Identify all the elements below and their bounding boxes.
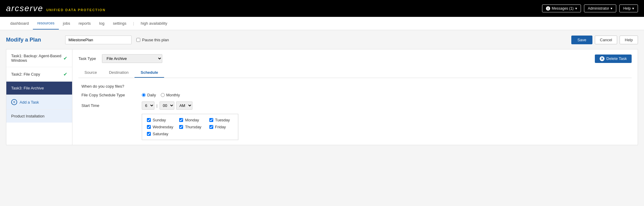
sunday-label: Sunday [153, 118, 166, 122]
nav-item-high-availability[interactable]: high availability [136, 17, 171, 29]
logo-area: arcserve UNIFIED DATA PROTECTION [6, 4, 106, 13]
daily-radio-label[interactable]: Daily [142, 93, 156, 97]
saturday-label: Saturday [153, 132, 168, 136]
schedule-type-row: File Copy Schedule Type Daily Monthly [81, 93, 629, 97]
content-area: Task1: Backup: Agent-Based Windows ✔ Tas… [6, 49, 638, 145]
messages-dropdown-icon: ▾ [575, 6, 577, 11]
add-circle-icon: + [11, 99, 17, 105]
minute-select[interactable]: 00 [160, 101, 174, 110]
wednesday-checkbox[interactable] [147, 125, 151, 129]
schedule-type-radio-group: Daily Monthly [142, 93, 180, 97]
daily-radio[interactable] [142, 93, 146, 97]
monthly-label: Monthly [166, 93, 180, 97]
pause-plan-label: Pause this plan [136, 38, 169, 42]
plan-name-input[interactable] [65, 36, 132, 44]
schedule-type-label: File Copy Schedule Type [81, 93, 136, 97]
monday-checkbox[interactable] [179, 118, 183, 122]
day-wednesday[interactable]: Wednesday [147, 125, 173, 129]
task-type-row: Task Type File Archive ✕ Delete Task [78, 54, 632, 63]
cancel-button[interactable]: Cancel [595, 36, 617, 44]
delete-task-label: Delete Task [606, 56, 627, 61]
day-monday[interactable]: Monday [179, 118, 203, 122]
monthly-radio-label[interactable]: Monthly [161, 93, 180, 97]
sidebar: Task1: Backup: Agent-Based Windows ✔ Tas… [6, 49, 72, 145]
plan-header: Modify a Plan Pause this plan Save Cance… [6, 36, 638, 44]
when-copy-label: When do you copy files? [81, 84, 629, 89]
task3-label: Task3: File Archive [11, 86, 44, 90]
help-dropdown-icon: ▾ [632, 6, 634, 11]
messages-button[interactable]: i Messages (1) ▾ [542, 5, 581, 12]
add-task-label: Add a Task [20, 100, 39, 105]
task2-label: Task2: File Copy [11, 72, 40, 76]
add-task-item[interactable]: + Add a Task [6, 95, 72, 110]
day-saturday[interactable]: Saturday [147, 132, 173, 136]
thursday-label: Thursday [185, 125, 201, 129]
plan-actions: Save Cancel Help [571, 36, 638, 44]
sunday-checkbox[interactable] [147, 118, 151, 122]
nav-item-log[interactable]: log [95, 17, 109, 29]
help-label: Help [623, 6, 631, 11]
start-time-row: Start Time 6 : 00 AM [81, 101, 629, 110]
pause-plan-checkbox[interactable] [136, 38, 140, 42]
day-friday[interactable]: Friday [209, 125, 233, 129]
time-group: 6 : 00 AM [142, 101, 192, 110]
sidebar-item-task3[interactable]: Task3: File Archive [6, 82, 72, 95]
day-sunday[interactable]: Sunday [147, 118, 173, 122]
thursday-checkbox[interactable] [179, 125, 183, 129]
nav-item-reports[interactable]: reports [74, 17, 95, 29]
start-time-label: Start Time [81, 103, 136, 108]
tuesday-checkbox[interactable] [209, 118, 213, 122]
nav-item-jobs[interactable]: jobs [59, 17, 75, 29]
task2-check-icon: ✔ [63, 71, 67, 77]
days-grid: Sunday Monday Tuesday Wednesday [142, 114, 238, 140]
tuesday-label: Tuesday [215, 118, 230, 122]
product-install-label: Product Installation [11, 114, 45, 118]
plan-title: Modify a Plan [6, 37, 60, 43]
messages-label: Messages (1) [552, 6, 574, 11]
save-button[interactable]: Save [571, 36, 592, 44]
tab-schedule[interactable]: Schedule [135, 68, 164, 78]
logo-tagline: UNIFIED DATA PROTECTION [46, 8, 106, 12]
daily-label: Daily [147, 93, 156, 97]
pause-plan-text: Pause this plan [142, 38, 169, 42]
sidebar-item-task2[interactable]: Task2: File Copy ✔ [6, 67, 72, 82]
logo-text: arcserve [6, 4, 43, 13]
monthly-radio[interactable] [161, 93, 165, 97]
delete-task-button[interactable]: ✕ Delete Task [595, 55, 632, 63]
task-panel: Task Type File Archive ✕ Delete Task Sou… [72, 49, 638, 145]
time-colon: : [156, 103, 158, 108]
tab-source[interactable]: Source [78, 68, 103, 78]
task1-label: Task1: Backup: Agent-Based Windows [11, 54, 63, 63]
task-tabs: Source Destination Schedule [78, 68, 632, 78]
delete-circle-icon: ✕ [600, 56, 604, 61]
wednesday-label: Wednesday [153, 125, 173, 129]
nav-item-dashboard[interactable]: dashboard [6, 17, 33, 29]
day-tuesday[interactable]: Tuesday [209, 118, 233, 122]
main-content: Modify a Plan Pause this plan Save Cance… [0, 30, 644, 151]
task-type-select[interactable]: File Archive [102, 54, 162, 63]
monday-label: Monday [185, 118, 199, 122]
header-actions: i Messages (1) ▾ Administrator ▾ Help ▾ [542, 5, 638, 12]
friday-label: Friday [215, 125, 226, 129]
friday-checkbox[interactable] [209, 125, 213, 129]
help-plan-button[interactable]: Help [620, 36, 638, 44]
task-type-label: Task Type [78, 56, 96, 61]
nav-divider: | [133, 21, 134, 26]
info-icon: i [546, 6, 550, 11]
admin-dropdown-icon: ▾ [611, 6, 612, 11]
tab-destination[interactable]: Destination [103, 68, 135, 78]
nav-item-resources[interactable]: resources [33, 17, 59, 30]
product-install-item[interactable]: Product Installation [6, 110, 72, 123]
saturday-checkbox[interactable] [147, 132, 151, 136]
help-button[interactable]: Help ▾ [619, 5, 638, 12]
schedule-section: When do you copy files? File Copy Schedu… [78, 84, 632, 140]
app-header: arcserve UNIFIED DATA PROTECTION i Messa… [0, 0, 644, 17]
main-nav: dashboard resources jobs reports log set… [0, 17, 644, 30]
administrator-button[interactable]: Administrator ▾ [584, 5, 617, 12]
sidebar-item-task1[interactable]: Task1: Backup: Agent-Based Windows ✔ [6, 49, 72, 67]
day-thursday[interactable]: Thursday [179, 125, 203, 129]
hour-select[interactable]: 6 [142, 101, 154, 110]
ampm-select[interactable]: AM [176, 101, 192, 110]
nav-item-settings[interactable]: settings [109, 17, 131, 29]
administrator-label: Administrator [588, 6, 609, 11]
